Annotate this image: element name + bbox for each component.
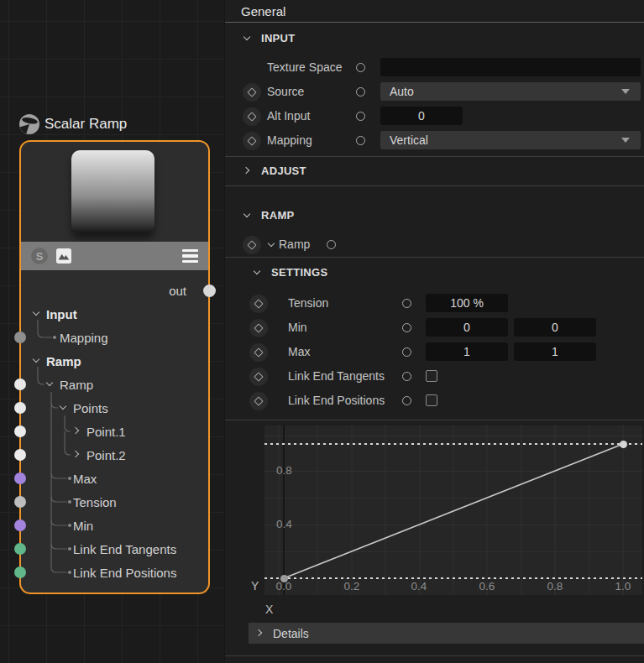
chevron-right-icon[interactable]	[243, 167, 252, 175]
port-circle-icon[interactable]	[402, 372, 411, 381]
chevron-down-icon[interactable]	[33, 357, 41, 365]
tree-item-link-end-positions[interactable]: Link End Positions	[21, 561, 208, 584]
curve-plot-area[interactable]: 0.8 0.4 0.0 0.2 0.4 0.6 0.8 1.0	[264, 425, 642, 595]
max-y-field[interactable]: 1	[514, 342, 596, 361]
port-circle-icon[interactable]	[402, 396, 411, 405]
panel-tab-general[interactable]: General	[225, 0, 644, 23]
alt-input-label: Alt Input	[267, 109, 310, 123]
diamond-icon[interactable]	[243, 132, 261, 150]
tree-item-tension[interactable]: Tension	[21, 490, 208, 514]
chevron-down-icon[interactable]	[33, 310, 41, 318]
port-circle-icon[interactable]	[402, 347, 411, 357]
diamond-icon[interactable]	[249, 392, 268, 410]
input-port-link-end-positions[interactable]	[14, 566, 26, 578]
tree-item-min[interactable]: Min	[21, 514, 208, 537]
ramp-label: Ramp	[279, 238, 310, 251]
diamond-icon[interactable]	[243, 83, 261, 102]
tree-item-max[interactable]: Max	[21, 467, 208, 490]
ramp-preview-thumbnail[interactable]	[71, 150, 154, 233]
chevron-down-icon[interactable]	[243, 211, 252, 220]
chevron-down-icon[interactable]	[254, 269, 262, 277]
section-header-settings[interactable]: SETTINGS	[225, 265, 644, 279]
input-port-link-end-tangents[interactable]	[14, 543, 26, 555]
tree-item-point-2[interactable]: Point.2	[21, 443, 208, 467]
divider	[225, 655, 644, 656]
divider	[225, 257, 644, 258]
diamond-icon[interactable]	[243, 107, 261, 126]
node-title: Scalar Ramp	[18, 113, 127, 135]
ramp-curve-editor: 0.8 0.4 0.0 0.2 0.4 0.6 0.8 1.0 Y X	[225, 425, 644, 620]
section-header-adjust[interactable]: ADJUST	[225, 164, 644, 178]
diamond-icon[interactable]	[249, 319, 268, 337]
input-port-max[interactable]	[14, 472, 26, 484]
tree-item-mapping[interactable]: Mapping	[21, 326, 208, 349]
dropdown-arrow-icon	[621, 138, 630, 143]
input-port-point-1[interactable]	[14, 425, 26, 437]
max-label: Max	[288, 345, 310, 358]
max-x-field[interactable]: 1	[426, 342, 508, 361]
chevron-down-icon[interactable]	[268, 241, 276, 249]
source-dropdown[interactable]: Auto	[380, 82, 641, 101]
port-circle-icon[interactable]	[356, 112, 365, 121]
y-tick-label: 0.4	[276, 518, 292, 530]
diamond-icon[interactable]	[249, 343, 268, 362]
row-max: Max 1 1	[225, 340, 644, 364]
diamond-icon[interactable]	[243, 236, 261, 254]
input-port-points[interactable]	[14, 402, 26, 414]
x-tick-label: 1.0	[609, 580, 637, 593]
shader-ball-icon	[18, 113, 40, 135]
chevron-down-icon[interactable]	[46, 380, 55, 389]
node-menu-icon[interactable]	[182, 249, 198, 264]
diamond-icon[interactable]	[249, 295, 268, 313]
port-circle-icon[interactable]	[356, 63, 365, 72]
input-port-tension[interactable]	[14, 496, 26, 508]
tree-item-point-1[interactable]: Point.1	[21, 420, 208, 443]
port-circle-icon[interactable]	[402, 299, 411, 308]
section-header-ramp[interactable]: RAMP	[225, 208, 644, 222]
curve-point-end[interactable]	[620, 441, 627, 448]
details-section-header[interactable]: Details	[249, 623, 644, 644]
node-editor-canvas[interactable]: Scalar Ramp S	[0, 0, 225, 663]
link-end-positions-checkbox[interactable]	[426, 394, 437, 406]
diamond-icon[interactable]	[249, 368, 268, 386]
section-header-input[interactable]: INPUT	[225, 31, 644, 45]
chevron-down-icon[interactable]	[243, 34, 252, 43]
divider	[225, 420, 644, 420]
y-tick-label: 0.8	[276, 464, 292, 477]
port-circle-icon[interactable]	[327, 240, 336, 249]
mapping-dropdown[interactable]: Vertical	[380, 131, 641, 149]
tree-item-input[interactable]: Input	[21, 302, 208, 326]
tension-field[interactable]: 100 %	[426, 294, 508, 312]
tree-item-ramp-group[interactable]: Ramp	[21, 349, 208, 373]
x-tick-label: 0.4	[405, 580, 433, 593]
alt-input-field[interactable]: 0	[380, 107, 463, 125]
input-port-mapping[interactable]	[14, 332, 26, 343]
input-port-point-2[interactable]	[14, 449, 26, 461]
scalar-ramp-node[interactable]: S	[19, 140, 210, 594]
link-end-positions-label: Link End Positions	[288, 394, 385, 407]
node-toolbar: S	[21, 242, 208, 270]
min-y-field[interactable]: 0	[514, 318, 596, 337]
output-port-out[interactable]	[203, 285, 216, 297]
tree-item-link-end-tangents[interactable]: Link End Tangents	[21, 537, 208, 561]
tree-item-ramp[interactable]: Ramp	[21, 373, 208, 396]
row-mapping: Mapping Vertical	[225, 128, 644, 153]
dropdown-arrow-icon	[621, 89, 630, 94]
link-end-tangents-checkbox[interactable]	[426, 370, 437, 382]
input-port-ramp[interactable]	[14, 378, 26, 390]
min-x-field[interactable]: 0	[426, 318, 508, 337]
chevron-down-icon[interactable]	[60, 404, 68, 412]
port-circle-icon[interactable]	[356, 87, 365, 97]
texture-space-input[interactable]	[380, 58, 641, 76]
image-preview-icon[interactable]	[56, 248, 71, 264]
row-link-end-positions: Link End Positions	[225, 389, 644, 413]
port-circle-icon[interactable]	[356, 136, 365, 145]
row-ramp: Ramp	[225, 232, 644, 257]
chevron-right-icon[interactable]	[73, 427, 81, 436]
chevron-right-icon[interactable]	[73, 451, 81, 459]
chevron-right-icon[interactable]	[256, 629, 264, 638]
tree-item-points[interactable]: Points	[21, 396, 208, 420]
port-circle-icon[interactable]	[402, 323, 411, 332]
divider	[225, 156, 644, 157]
input-port-min[interactable]	[14, 519, 26, 531]
